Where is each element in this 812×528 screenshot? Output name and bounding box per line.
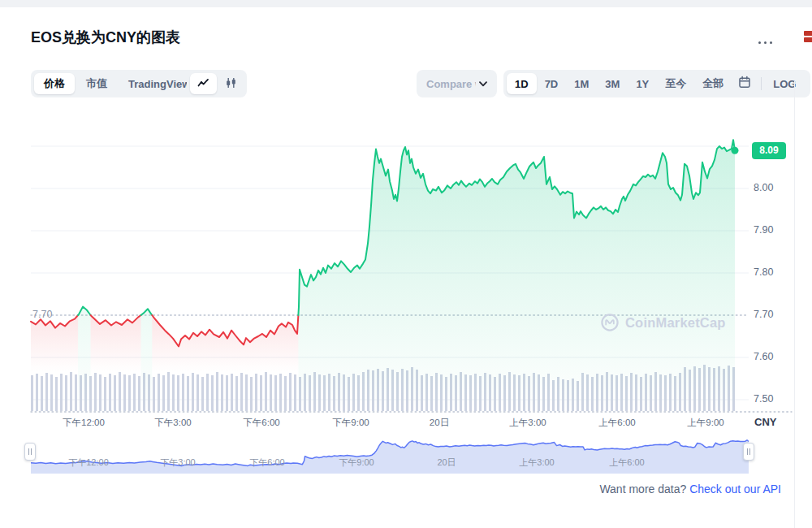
minimap-tick-label: 上午3:00 [519, 457, 554, 469]
y-tick-label: 7.80 [754, 266, 789, 278]
x-tick-label: 上午9:00 [687, 417, 723, 429]
api-link[interactable]: Check out our API [689, 483, 781, 496]
minimap-tick-label: 下午9:00 [339, 457, 374, 469]
y-tick-label: 7.60 [754, 351, 789, 362]
minimap-left-handle[interactable] [24, 443, 36, 461]
y-tick-label: 7.70 [754, 309, 789, 320]
minimap-tick-label: 下午6:00 [249, 457, 284, 469]
currency-unit-label: CNY [754, 416, 776, 428]
minimap-tick-label: 下午12:00 [68, 457, 109, 469]
crypto-chart-page: EOS兑换为CNY的图表 价格市值TradingView Compare wi … [0, 0, 812, 528]
x-tick-label: 下午6:00 [243, 417, 279, 429]
x-tick-label: 下午3:00 [154, 417, 191, 429]
api-promo: Want more data? Check out our API [599, 483, 781, 496]
right-divider [794, 81, 795, 528]
y-tick-label: 7.90 [754, 224, 789, 236]
y-tick-label: 7.50 [754, 393, 789, 405]
y-tick-label: 8.00 [754, 182, 789, 193]
api-promo-text: Want more data? [599, 483, 686, 496]
minimap-tick-label: 上午6:00 [609, 457, 644, 469]
last-price-badge: 8.09 [752, 142, 786, 159]
x-tick-label: 下午12:00 [63, 417, 105, 429]
x-tick-label: 上午6:00 [598, 417, 635, 429]
minimap-tick-label: 下午3:00 [160, 457, 195, 469]
minimap-tick-label: 20日 [437, 457, 456, 469]
minimap-right-handle[interactable] [743, 443, 754, 461]
x-tick-label: 20日 [430, 417, 449, 429]
chart-plot-area[interactable] [31, 120, 735, 411]
x-tick-label: 下午9:00 [332, 417, 369, 429]
x-tick-label: 上午3:00 [509, 417, 546, 429]
